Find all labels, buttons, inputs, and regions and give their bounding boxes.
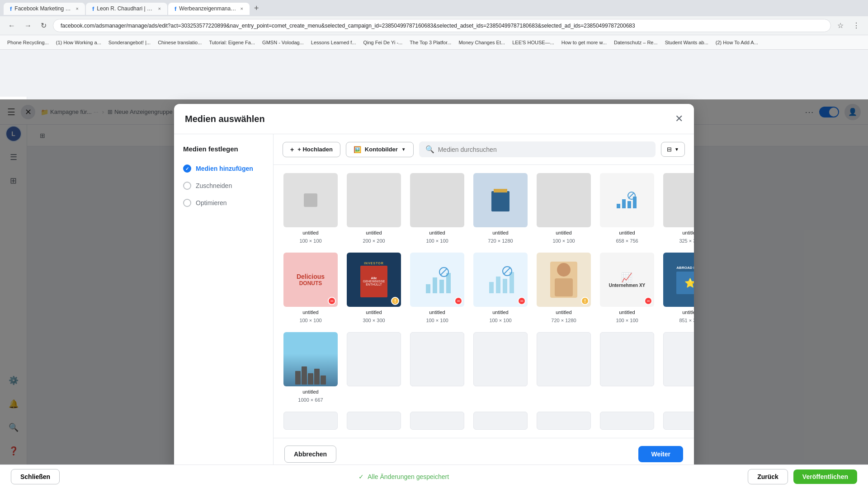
tab-close-2[interactable]: × <box>158 6 161 11</box>
media-size-r1-4: 720 × 1280 <box>488 238 513 244</box>
upload-button[interactable]: + + Hochladen <box>283 142 340 157</box>
media-label-r1-5: untitled <box>556 230 571 235</box>
media-item-r1-5[interactable]: untitled 100 × 100 <box>534 170 594 246</box>
saved-status: ✓ Alle Änderungen gespeichert <box>359 473 449 480</box>
svg-rect-18 <box>509 272 514 293</box>
media-item-r2-7[interactable]: ABROAD BIBLE ⭐ ! untitled 851 × 315 <box>660 250 694 326</box>
bookmark-4[interactable]: Chinese translatio... <box>156 39 203 46</box>
media-thumb-r2-6: 📈 Unternehmen XY − <box>600 253 654 307</box>
media-item-r4-7[interactable] <box>660 409 694 432</box>
media-thumb-r1-7 <box>663 173 694 227</box>
media-thumb-r3-1 <box>283 332 338 386</box>
media-size-r3-1: 1000 × 667 <box>298 397 323 403</box>
media-item-r4-6[interactable] <box>597 409 657 432</box>
media-thumb-r2-4: − <box>473 253 528 307</box>
media-item-r2-2[interactable]: INVESTOR Alle GEHEIMNISSE ENTHÜLLT <box>344 250 404 326</box>
media-item-r4-5[interactable] <box>534 409 594 432</box>
schliessen-button[interactable]: Schließen <box>11 469 60 484</box>
media-item-r2-4[interactable]: − untitled 100 × 100 <box>471 250 530 326</box>
media-item-r3-1[interactable]: untitled 1000 × 667 <box>281 329 340 405</box>
back-button[interactable]: ← <box>5 20 18 32</box>
media-item-r1-2[interactable]: untitled 200 × 200 <box>344 170 404 246</box>
filter-button[interactable]: ⊟ ▼ <box>661 142 685 157</box>
next-button[interactable]: Weiter <box>638 446 683 462</box>
media-item-r1-4[interactable]: untitled 720 × 1280 <box>471 170 530 246</box>
bookmark-14[interactable]: Student Wants ab... <box>663 39 710 46</box>
app-bottom-bar: Schließen ✓ Alle Änderungen gespeichert … <box>0 465 868 488</box>
media-thumb-r3-3 <box>410 332 464 386</box>
add-media-icon: ✓ <box>183 164 191 173</box>
forward-button[interactable]: → <box>22 20 34 32</box>
zuruck-button[interactable]: Zurück <box>748 469 788 484</box>
media-item-r1-6[interactable]: untitled 658 × 756 <box>597 170 657 246</box>
media-size-r1-6: 658 × 756 <box>616 238 638 244</box>
media-item-r1-7[interactable]: untitled 325 × 325 <box>660 170 694 246</box>
media-item-r3-3[interactable] <box>407 329 467 405</box>
bookmark-5[interactable]: Tutorial: Eigene Fa... <box>207 39 257 46</box>
modal-nav-optimize[interactable]: Optimieren <box>174 194 273 211</box>
media-label-r2-4: untitled <box>492 310 508 315</box>
new-tab-button[interactable]: + <box>250 2 263 15</box>
tab-close-3[interactable]: × <box>241 6 243 11</box>
refresh-button[interactable]: ↻ <box>38 19 49 32</box>
bookmark-1[interactable]: Phone Recycling... <box>5 39 51 46</box>
media-thumb-r2-5: ! <box>537 253 591 307</box>
bookmark-8[interactable]: Qing Fei De Yi -... <box>361 39 404 46</box>
bookmark-13[interactable]: Datenschutz – Re... <box>612 39 660 46</box>
bookmark-10[interactable]: Money Changes Et... <box>457 39 507 46</box>
media-item-r4-2[interactable] <box>344 409 404 432</box>
bookmark-3[interactable]: Sonderangebot! |... <box>107 39 152 46</box>
media-thumb-r1-4 <box>473 173 528 227</box>
media-item-r4-3[interactable] <box>407 409 467 432</box>
kontobilder-button[interactable]: 🖼️ Kontobilder ▼ <box>346 142 414 157</box>
media-label-r1-2: untitled <box>366 230 382 235</box>
bookmark-9[interactable]: The Top 3 Platfor... <box>408 39 453 46</box>
bookmark-7[interactable]: Lessons Learned f... <box>309 39 358 46</box>
tab-close-1[interactable]: × <box>76 6 79 11</box>
modal-right-panel: + + Hochladen 🖼️ Kontobilder ▼ 🔍 ⊟ <box>274 134 694 470</box>
media-label-r1-1: untitled <box>302 230 318 235</box>
bookmark-11[interactable]: LEE'S HOUSE—... <box>510 39 556 46</box>
media-item-r3-4[interactable] <box>471 329 530 405</box>
publish-button[interactable]: Veröffentlichen <box>793 469 857 484</box>
search-bar[interactable]: 🔍 <box>419 141 656 157</box>
media-grid-container[interactable]: untitled 100 × 100 untitled 200 × 200 <box>274 165 694 438</box>
media-item-r2-6[interactable]: 📈 Unternehmen XY − untitled 100 × 100 <box>597 250 657 326</box>
media-item-r3-7[interactable] <box>660 329 694 405</box>
bookmark-2[interactable]: (1) How Working a... <box>54 39 103 46</box>
modal-nav-crop[interactable]: Zuschneiden <box>174 177 273 194</box>
bookmark-6[interactable]: GMSN - Volodag... <box>260 39 306 46</box>
media-item-r1-3[interactable]: untitled 100 × 100 <box>407 170 467 246</box>
media-size-r1-1: 100 × 100 <box>299 238 321 244</box>
media-item-r2-3[interactable]: − untitled 100 × 100 <box>407 250 467 326</box>
cancel-button[interactable]: Abbrechen <box>284 446 336 463</box>
media-item-r2-1[interactable]: Delicious DONUTS − untitled 100 × 100 <box>281 250 340 326</box>
media-item-r3-5[interactable] <box>534 329 594 405</box>
browser-bar: f Facebook Marketing & Werbe... × f Leon… <box>0 0 868 16</box>
media-item-r3-6[interactable] <box>597 329 657 405</box>
svg-rect-17 <box>503 279 507 293</box>
media-size-r2-3: 100 × 100 <box>426 318 448 323</box>
bookmark-15[interactable]: (2) How To Add A... <box>714 39 760 46</box>
search-input[interactable] <box>438 146 649 153</box>
media-item-r4-1[interactable] <box>281 409 340 432</box>
browser-tab-1[interactable]: f Facebook Marketing & Werbe... × <box>4 3 85 15</box>
svg-rect-11 <box>439 280 444 293</box>
media-select-modal: Medien auswählen ✕ Medien festlegen ✓ Me… <box>174 104 694 470</box>
bookmark-button[interactable]: ☆ <box>835 19 846 32</box>
media-item-r3-2[interactable] <box>344 329 404 405</box>
media-thumb-r3-5 <box>537 332 591 386</box>
address-bar[interactable]: facebook.com/adsmanager/manage/ads/edit?… <box>53 19 831 32</box>
media-size-r2-6: 100 × 100 <box>616 318 638 323</box>
media-label-r2-3: untitled <box>429 310 445 315</box>
media-item-r4-4[interactable] <box>471 409 530 432</box>
modal-close-button[interactable]: ✕ <box>675 113 683 125</box>
svg-rect-3 <box>617 204 620 208</box>
media-item-r2-5[interactable]: ! untitled 720 × 1280 <box>534 250 594 326</box>
modal-nav-add-media[interactable]: ✓ Medien hinzufügen <box>174 160 273 177</box>
settings-button[interactable]: ⋮ <box>850 19 863 32</box>
browser-tab-3[interactable]: f Werbeanzeigenmanager - W... × <box>168 3 250 15</box>
browser-tab-2[interactable]: f Leon R. Chaudhari | Facebook... × <box>86 3 167 15</box>
bookmark-12[interactable]: How to get more w... <box>560 39 609 46</box>
media-item-r1-1[interactable]: untitled 100 × 100 <box>281 170 340 246</box>
